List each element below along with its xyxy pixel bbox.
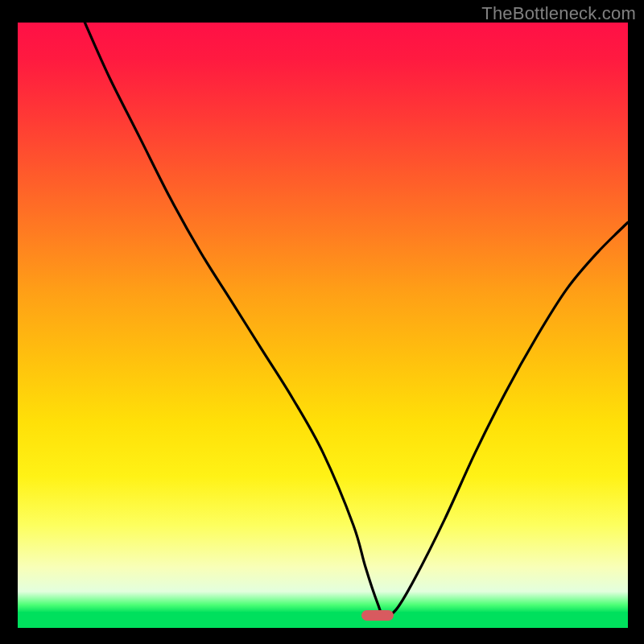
curve-svg (18, 23, 628, 628)
watermark-text: TheBottleneck.com (481, 3, 636, 24)
bottleneck-chart: TheBottleneck.com (0, 0, 644, 644)
optimal-marker-icon (361, 610, 394, 621)
bottleneck-curve-path (85, 23, 628, 616)
plot-area (18, 23, 628, 628)
